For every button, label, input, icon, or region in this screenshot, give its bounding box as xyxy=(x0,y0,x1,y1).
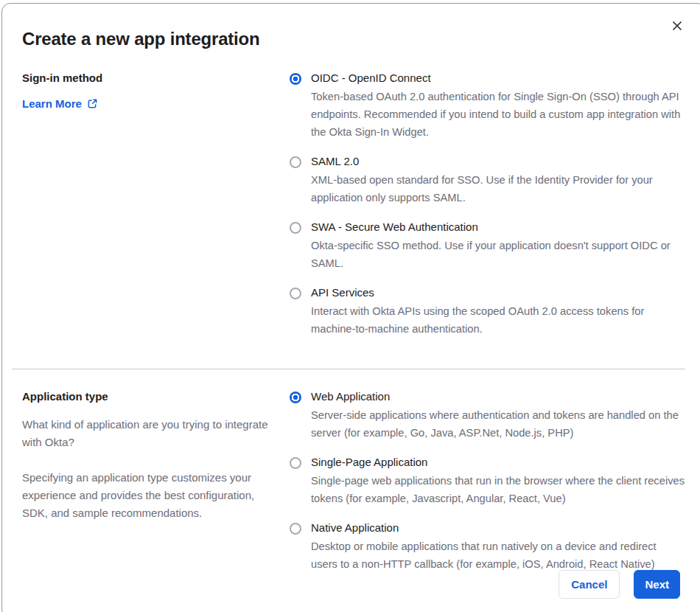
signin-method-label: Sign-in method xyxy=(22,72,275,84)
radio-option-saml-2-0: SAML 2.0 XML-based open standard for SSO… xyxy=(290,155,685,206)
radio-option-description: Desktop or mobile applications that run … xyxy=(311,538,685,573)
learn-more-link[interactable]: Learn More xyxy=(22,97,98,110)
radio-option-description: Token-based OAuth 2.0 authentication for… xyxy=(311,88,685,141)
radio-option-label[interactable]: Native Application xyxy=(311,521,685,534)
application-type-label: Application type xyxy=(22,390,275,403)
create-app-integration-modal: Create a new app integration Sign-in met… xyxy=(1,3,700,612)
signin-method-options: OIDC - OpenID Connect Token-based OAuth … xyxy=(290,72,685,338)
radio-option-swa-secure-web-authentication: SWA - Secure Web Authentication Okta-spe… xyxy=(290,220,685,272)
radio-button-api-services[interactable] xyxy=(290,288,301,299)
radio-option-api-services: API Services Interact with Okta APIs usi… xyxy=(290,286,685,338)
radio-button-single-page-application[interactable] xyxy=(290,457,301,469)
radio-option-label[interactable]: OIDC - OpenID Connect xyxy=(311,72,685,84)
radio-option-label[interactable]: API Services xyxy=(311,286,685,299)
section-divider xyxy=(12,369,685,369)
radio-button-oidc-openid-connect[interactable] xyxy=(290,73,301,85)
radio-option-native-application: Native Application Desktop or mobile app… xyxy=(290,521,685,573)
radio-option-single-page-application: Single-Page Application Single-page web … xyxy=(290,456,685,507)
radio-option-label[interactable]: Single-Page Application xyxy=(311,456,685,468)
close-x-glyph xyxy=(671,20,683,32)
radio-option-oidc-openid-connect: OIDC - OpenID Connect Token-based OAuth … xyxy=(290,72,685,141)
modal-footer: Cancel Next xyxy=(559,570,680,599)
external-link-icon xyxy=(87,98,98,109)
radio-option-description: XML-based open standard for SSO. Use if … xyxy=(311,171,685,206)
radio-option-label[interactable]: SWA - Secure Web Authentication xyxy=(311,220,685,233)
signin-method-section: Sign-in method Learn More OIDC - OpenID … xyxy=(2,72,700,338)
application-type-intro-2: Specifying an application type customize… xyxy=(22,469,275,522)
radio-option-label[interactable]: SAML 2.0 xyxy=(311,155,685,167)
radio-button-swa-secure-web-authentication[interactable] xyxy=(290,222,301,234)
radio-option-description: Okta-specific SSO method. Use if your ap… xyxy=(311,237,685,272)
radio-option-label[interactable]: Web Application xyxy=(311,390,685,403)
close-icon[interactable] xyxy=(670,18,685,33)
radio-option-description: Single-page web applications that run in… xyxy=(311,472,685,507)
radio-option-web-application: Web Application Server-side applications… xyxy=(290,390,685,442)
application-type-section: Application type What kind of applicatio… xyxy=(2,390,700,573)
modal-title: Create a new app integration xyxy=(2,4,700,49)
radio-button-native-application[interactable] xyxy=(290,523,301,535)
radio-option-description: Server-side applications where authentic… xyxy=(311,406,685,442)
radio-button-saml-2-0[interactable] xyxy=(290,156,301,168)
next-button[interactable]: Next xyxy=(634,570,680,599)
radio-button-web-application[interactable] xyxy=(290,392,301,403)
cancel-button[interactable]: Cancel xyxy=(559,570,620,599)
application-type-options: Web Application Server-side applications… xyxy=(290,390,685,573)
application-type-intro-1: What kind of application are you trying … xyxy=(22,416,275,451)
learn-more-label: Learn More xyxy=(22,97,82,110)
radio-option-description: Interact with Okta APIs using the scoped… xyxy=(311,302,685,338)
